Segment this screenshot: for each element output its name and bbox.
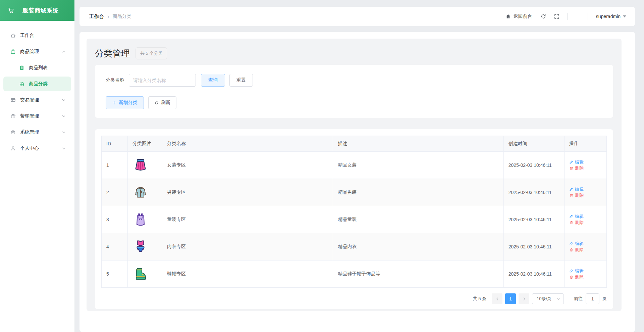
cell-name: 童装专区 xyxy=(162,206,333,233)
cell-desc: 精品男装 xyxy=(333,179,503,206)
table-body: 1 女装专区 精品女装 2025-02-03 10:46:11 编辑 删除 2 … xyxy=(102,152,607,288)
pagination: 共 5 条 1 10条/页 前往 页 xyxy=(101,288,607,310)
cell-id: 1 xyxy=(102,152,128,179)
topbar-tools: 返回前台 superadmin xyxy=(505,13,626,20)
goto-label: 前往 xyxy=(574,296,583,302)
breadcrumb-root[interactable]: 工作台 xyxy=(89,13,104,20)
delete-button[interactable]: 删除 xyxy=(569,165,584,171)
refresh-label: 刷新 xyxy=(161,100,170,106)
cell-time: 2025-02-03 10:46:11 xyxy=(503,179,564,206)
home-filled-icon xyxy=(505,13,511,19)
gear-icon xyxy=(10,129,16,135)
cell-desc: 精品女装 xyxy=(333,152,503,179)
refresh-icon[interactable] xyxy=(540,13,546,19)
sidebar-item[interactable]: 个人中心 xyxy=(3,141,71,156)
add-category-label: 新增分类 xyxy=(119,100,138,106)
content-container: 分类管理 共 5 个分类 分类名称 查询 重置 新增分类 xyxy=(79,32,635,332)
cell-ops: 编辑 删除 xyxy=(564,206,606,233)
table-row: 2 男装专区 精品男装 2025-02-03 10:46:11 编辑 删除 xyxy=(102,179,607,206)
back-to-front-button[interactable]: 返回前台 xyxy=(505,13,532,19)
page-unit-label: 页 xyxy=(602,296,607,302)
cell-desc: 精品鞋子帽子饰品等 xyxy=(333,260,503,288)
category-name-input[interactable] xyxy=(129,74,196,87)
filter-panel: 分类名称 查询 重置 新增分类 刷新 xyxy=(95,65,613,118)
prev-page-button[interactable] xyxy=(492,293,502,304)
column-header: 描述 xyxy=(333,136,503,152)
sidebar-item[interactable]: 工作台 xyxy=(3,28,71,43)
plus-icon xyxy=(112,101,116,105)
category-icon xyxy=(19,81,25,87)
gift-icon xyxy=(10,113,16,119)
breadcrumb-current: 商品分类 xyxy=(113,13,131,19)
chevron-down-icon xyxy=(62,114,66,118)
filter-label: 分类名称 xyxy=(106,77,124,83)
user-menu[interactable]: superadmin xyxy=(596,14,626,19)
table-header-row: ID分类图片分类名称描述创建时间操作 xyxy=(102,136,607,152)
page-size-value: 10条/页 xyxy=(537,296,551,302)
search-button[interactable]: 查询 xyxy=(201,74,225,87)
sidebar-item-label: 商品分类 xyxy=(29,81,48,87)
delete-button[interactable]: 删除 xyxy=(569,192,584,198)
cell-image xyxy=(128,152,162,179)
breadcrumb-separator-icon: › xyxy=(107,13,109,19)
refresh-table-button[interactable]: 刷新 xyxy=(148,96,176,109)
page-size-select[interactable]: 10条/页 xyxy=(532,293,564,304)
edit-button[interactable]: 编辑 xyxy=(569,159,584,165)
divider xyxy=(588,13,588,20)
sidebar: 服装商城系统 工作台商品管理商品列表商品分类交易管理营销管理系统管理个人中心 xyxy=(0,0,74,332)
next-page-button[interactable] xyxy=(519,293,529,304)
edit-button[interactable]: 编辑 xyxy=(569,241,584,247)
sidebar-item-label: 商品管理 xyxy=(20,49,39,55)
caret-down-icon xyxy=(623,15,626,17)
delete-button[interactable]: 删除 xyxy=(569,274,584,280)
cell-time: 2025-02-03 10:46:11 xyxy=(503,206,564,233)
cart-icon xyxy=(7,7,15,14)
chevron-up-icon xyxy=(62,50,66,54)
chevron-down-icon xyxy=(556,297,560,301)
goto-page-input[interactable] xyxy=(586,293,599,304)
user-icon xyxy=(10,145,16,151)
sidebar-item[interactable]: 系统管理 xyxy=(3,125,71,140)
cell-desc: 精品童装 xyxy=(333,206,503,233)
delete-button[interactable]: 删除 xyxy=(569,220,584,226)
cell-ops: 编辑 删除 xyxy=(564,260,606,288)
app-layout: 服装商城系统 工作台商品管理商品列表商品分类交易管理营销管理系统管理个人中心 工… xyxy=(0,0,644,332)
table-row: 1 女装专区 精品女装 2025-02-03 10:46:11 编辑 删除 xyxy=(102,152,607,179)
underwear-image xyxy=(132,239,149,255)
fullscreen-icon[interactable] xyxy=(554,13,560,19)
sidebar-item[interactable]: 交易管理 xyxy=(3,93,71,107)
add-category-button[interactable]: 新增分类 xyxy=(106,96,144,109)
cell-id: 5 xyxy=(102,260,128,288)
edit-button[interactable]: 编辑 xyxy=(569,186,584,192)
delete-button[interactable]: 删除 xyxy=(569,247,584,253)
cell-time: 2025-02-03 10:46:11 xyxy=(503,152,564,179)
column-header: 创建时间 xyxy=(503,136,564,152)
edit-button[interactable]: 编辑 xyxy=(569,214,584,220)
cell-id: 3 xyxy=(102,206,128,233)
divider xyxy=(567,13,568,20)
app-title: 服装商城系统 xyxy=(22,7,59,14)
sidebar-item-label: 系统管理 xyxy=(20,129,39,135)
cell-name: 内衣专区 xyxy=(162,233,333,260)
page-number-button[interactable]: 1 xyxy=(505,293,516,304)
table-panel: ID分类图片分类名称描述创建时间操作 1 女装专区 精品女装 2025-02-0… xyxy=(95,129,613,309)
cell-image xyxy=(128,206,162,233)
overalls-image xyxy=(132,211,149,228)
filter-row: 分类名称 查询 重置 xyxy=(106,74,602,87)
back-to-front-label: 返回前台 xyxy=(514,13,532,19)
cell-time: 2025-02-03 10:46:11 xyxy=(503,260,564,288)
edit-button[interactable]: 编辑 xyxy=(569,268,584,274)
cell-ops: 编辑 删除 xyxy=(564,233,606,260)
cell-id: 2 xyxy=(102,179,128,206)
sidebar-item[interactable]: 商品分类 xyxy=(3,77,71,91)
reset-button[interactable]: 重置 xyxy=(229,74,253,87)
sidebar-item[interactable]: 商品管理 xyxy=(3,44,71,59)
chevron-down-icon xyxy=(62,130,66,134)
sidebar-item[interactable]: 商品列表 xyxy=(3,60,71,75)
column-header: 分类图片 xyxy=(128,136,162,152)
sidebar-item-label: 商品列表 xyxy=(29,65,48,71)
sidebar-menu: 工作台商品管理商品列表商品分类交易管理营销管理系统管理个人中心 xyxy=(0,21,74,156)
cell-id: 4 xyxy=(102,233,128,260)
cell-ops: 编辑 删除 xyxy=(564,152,606,179)
sidebar-item[interactable]: 营销管理 xyxy=(3,109,71,124)
